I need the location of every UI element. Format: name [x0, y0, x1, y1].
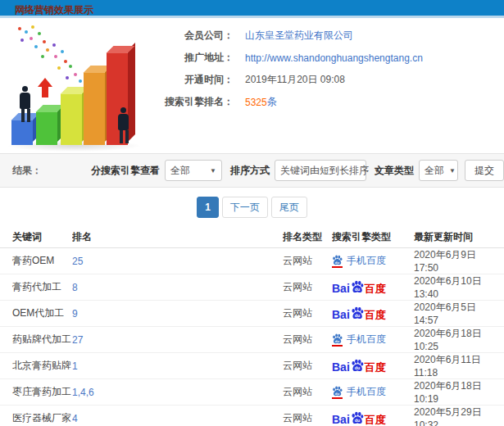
filter-group: 分搜索引擎查看 全部 ▼ 排序方式 关键词由短到长排序 ▼ 文章类型 全部 ▼ … [83, 160, 504, 181]
table-row: 膏药OEM25云网站du手机百度2020年6月9日 17:50 [0, 248, 504, 274]
engine-type-cell: du手机百度 [332, 248, 414, 274]
ranking-unit: 条 [267, 95, 277, 109]
table-row: OEM代加工9云网站Baidu百度2020年6月5日 14:57 [0, 301, 504, 327]
svg-text:du: du [355, 287, 361, 292]
page-button-1[interactable]: 1 [197, 197, 219, 218]
sort-select[interactable]: 关键词由短到长排序 ▼ [275, 160, 366, 181]
baidu-pc-logo: Baidu百度 [332, 306, 386, 320]
engine-type-cell: du手机百度 [332, 327, 414, 353]
keyword-cell: 枣庄膏药加工 [0, 379, 72, 406]
baidu-paw-icon: du [351, 359, 364, 372]
engine-select[interactable]: 全部 ▼ [165, 160, 222, 181]
submit-button[interactable]: 提交 [465, 160, 504, 181]
keyword-cell: 北京膏药贴牌 [0, 353, 72, 379]
rank-link[interactable]: 9 [72, 301, 283, 327]
article-type-label: 文章类型 [375, 164, 414, 178]
chevron-down-icon: ▼ [210, 167, 216, 174]
header-bar: 网络营销效果展示 [0, 0, 504, 18]
rank-link[interactable]: 1,4,6 [72, 379, 283, 406]
sort-select-value: 关键词由短到长排序 [280, 164, 369, 178]
rank-type-cell: 云网站 [283, 274, 332, 301]
baidu-paw-icon: du [351, 411, 364, 424]
header-engine-type: 搜索引擎类型 [332, 227, 414, 248]
baidu-paw-icon: du [351, 280, 364, 293]
engine-filter-label: 分搜索引擎查看 [91, 164, 160, 178]
article-type-select[interactable]: 全部 ▼ [419, 160, 458, 181]
info-row-opened: 开通时间： 2019年11月20日 09:08 [152, 72, 423, 88]
baidu-pc-logo: Baidu百度 [332, 410, 386, 425]
baidu-paw-icon: du [332, 333, 343, 344]
baidu-paw-icon: du [332, 386, 343, 397]
promotion-url-link[interactable]: http://www.shandonghuangshengtang.cn [245, 52, 423, 64]
header-rank: 排名 [72, 227, 283, 248]
last-page-button[interactable]: 尾页 [271, 197, 307, 218]
page-title[interactable]: 网络营销效果展示 [15, 3, 93, 17]
rank-link[interactable]: 4 [72, 406, 283, 426]
table-row: 药贴牌代加工27云网站du手机百度2020年6月18日 10:25 [0, 327, 504, 353]
rank-type-cell: 云网站 [283, 248, 332, 274]
next-page-button[interactable]: 下一页 [222, 197, 268, 218]
info-row-url: 推广地址： http://www.shandonghuangshengtang.… [152, 50, 423, 66]
info-row-ranking: 搜索引擎排名： 5325条 [152, 94, 423, 110]
updated-cell: 2020年5月29日 10:32 [414, 406, 504, 426]
table-row: 膏药代加工8云网站Baidu百度2020年6月10日 13:40 [0, 274, 504, 301]
businessman-right [118, 107, 129, 143]
engine-type-cell: Baidu百度 [332, 301, 414, 327]
info-section: 会员公司： 山东皇圣堂药业有限公司 推广地址： http://www.shand… [0, 18, 504, 153]
result-label: 结果： [12, 164, 42, 178]
baidu-mobile-logo: du手机百度 [332, 333, 386, 347]
url-label: 推广地址： [152, 51, 234, 65]
info-rows: 会员公司： 山东皇圣堂药业有限公司 推广地址： http://www.shand… [152, 28, 423, 116]
article-type-value: 全部 [425, 164, 444, 178]
rank-type-cell: 云网站 [283, 353, 332, 379]
rank-link[interactable]: 1 [72, 353, 283, 379]
rank-type-cell: 云网站 [283, 301, 332, 327]
table-row: 枣庄膏药加工1,4,6云网站du手机百度2020年6月18日 10:19 [0, 379, 504, 406]
baidu-mobile-logo: du手机百度 [332, 385, 386, 399]
rank-type-cell: 云网站 [283, 406, 332, 426]
opened-value: 2019年11月20日 09:08 [245, 73, 345, 87]
baidu-pc-logo: Baidu百度 [332, 358, 386, 373]
company-link[interactable]: 山东皇圣堂药业有限公司 [245, 29, 353, 43]
up-arrow-icon [38, 78, 52, 97]
rank-type-cell: 云网站 [283, 327, 332, 353]
keyword-cell: OEM代加工 [0, 301, 72, 327]
updated-cell: 2020年6月9日 17:50 [414, 248, 504, 274]
businessman-left [20, 86, 30, 122]
confetti-dots [18, 27, 21, 30]
baidu-paw-icon: du [332, 255, 343, 265]
svg-text:du: du [335, 260, 340, 264]
engine-type-cell: Baidu百度 [332, 353, 414, 379]
table-row: 医疗器械厂家4云网站Baidu百度2020年5月29日 10:32 [0, 406, 504, 426]
sort-filter-label: 排序方式 [230, 164, 270, 178]
filter-bar: 结果： 分搜索引擎查看 全部 ▼ 排序方式 关键词由短到长排序 ▼ 文章类型 全… [0, 153, 504, 188]
svg-text:du: du [335, 338, 340, 342]
engine-type-cell: Baidu百度 [332, 406, 414, 426]
rank-link[interactable]: 25 [72, 248, 283, 274]
updated-cell: 2020年6月5日 14:57 [414, 301, 504, 327]
keyword-cell: 膏药OEM [0, 248, 72, 274]
header-rank-type: 排名类型 [283, 227, 332, 248]
company-label: 会员公司： [152, 29, 234, 43]
updated-cell: 2020年6月11日 11:18 [414, 353, 504, 379]
svg-text:du: du [355, 418, 361, 423]
keyword-cell: 膏药代加工 [0, 274, 72, 301]
chevron-down-icon: ▼ [449, 167, 456, 174]
ranking-count: 5325 [245, 97, 267, 108]
opened-label: 开通时间： [152, 73, 234, 87]
rank-type-cell: 云网站 [283, 379, 332, 406]
keyword-cell: 药贴牌代加工 [0, 327, 72, 353]
rank-link[interactable]: 8 [72, 274, 283, 301]
svg-text:du: du [335, 391, 340, 395]
svg-text:du: du [355, 365, 361, 370]
ranking-label: 搜索引擎排名： [152, 95, 234, 109]
baidu-paw-icon: du [351, 306, 364, 320]
keyword-cell: 医疗器械厂家 [0, 406, 72, 426]
engine-select-value: 全部 [170, 164, 190, 178]
table-header-row: 关键词 排名 排名类型 搜索引擎类型 最新更新时间 [0, 227, 504, 248]
updated-cell: 2020年6月18日 10:19 [414, 379, 504, 406]
header-updated: 最新更新时间 [414, 227, 504, 248]
rank-link[interactable]: 27 [72, 327, 283, 353]
results-table: 关键词 排名 排名类型 搜索引擎类型 最新更新时间 膏药OEM25云网站du手机… [0, 227, 504, 426]
updated-cell: 2020年6月18日 10:25 [414, 327, 504, 353]
